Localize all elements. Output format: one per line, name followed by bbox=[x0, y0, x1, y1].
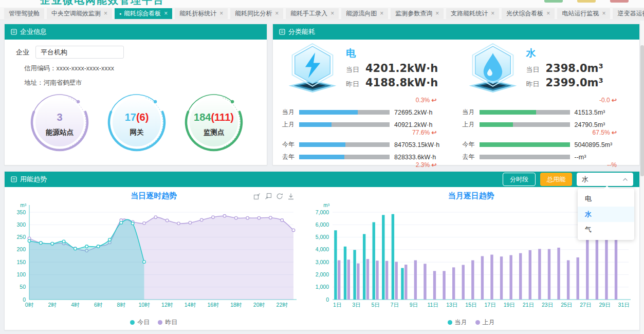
tab-item[interactable]: 能耗手工录入× bbox=[286, 8, 339, 19]
legend-dot bbox=[130, 320, 135, 325]
change-indicator: 0.3% ↩ bbox=[282, 97, 452, 104]
svg-text:4,000: 4,000 bbox=[316, 246, 329, 252]
change-indicator: 67.5% ↩ bbox=[463, 129, 633, 137]
window-buttons bbox=[544, 0, 629, 3]
compare-bar-value: 24790.5m³ bbox=[575, 121, 605, 128]
svg-text:2时: 2时 bbox=[48, 302, 57, 308]
tab-close-icon[interactable]: × bbox=[104, 10, 107, 17]
panel-title: 用能趋势 bbox=[20, 175, 47, 184]
compare-bar-label: 上月 bbox=[282, 120, 295, 129]
company-input[interactable] bbox=[35, 46, 124, 59]
compare-bar-label: 去年 bbox=[282, 153, 295, 161]
tab-close-icon[interactable]: × bbox=[602, 10, 605, 17]
tab-label: 支路能耗统计 bbox=[451, 9, 488, 18]
daily-value-label: 当日 bbox=[346, 65, 359, 75]
change-arrow-icon: ↩ bbox=[610, 129, 617, 136]
tab-label: 能耗综合看板 bbox=[124, 9, 161, 18]
window-button[interactable] bbox=[544, 0, 563, 3]
daily-value: 2398.0m³ bbox=[546, 62, 603, 75]
tab-item[interactable]: 支路能耗统计× bbox=[446, 8, 499, 19]
dropdown-option[interactable]: 电 bbox=[578, 191, 634, 207]
tab-item[interactable]: 电站运行监视× bbox=[557, 8, 610, 19]
compare-bar-track bbox=[299, 122, 390, 127]
legend-item[interactable]: 今日 bbox=[130, 318, 150, 327]
change-indicator: --% bbox=[463, 161, 633, 169]
compare-bar-row: 去年--m³ bbox=[463, 153, 633, 161]
compare-bar-label: 去年 bbox=[463, 153, 475, 161]
legend-item[interactable]: 昨日 bbox=[158, 318, 177, 327]
tab-close-icon[interactable]: × bbox=[219, 10, 223, 17]
svg-text:19日: 19日 bbox=[504, 302, 515, 308]
compare-bar-row: 今年5040895.5m³ bbox=[463, 140, 633, 149]
refresh-icon[interactable] bbox=[276, 193, 283, 200]
svg-text:15日: 15日 bbox=[466, 302, 477, 308]
window-button[interactable] bbox=[577, 0, 596, 3]
svg-text:m³: m³ bbox=[20, 202, 26, 208]
svg-text:250: 250 bbox=[16, 234, 26, 240]
compare-bar-fill bbox=[299, 142, 345, 147]
energy-type-select[interactable]: 水 bbox=[577, 173, 633, 186]
tab-close-icon[interactable]: × bbox=[546, 10, 550, 17]
tab-close-icon[interactable]: × bbox=[380, 10, 383, 17]
svg-text:2,000: 2,000 bbox=[316, 271, 329, 277]
tab-item[interactable]: 能耗同比分析× bbox=[230, 8, 283, 19]
stat-label: 网关 bbox=[130, 128, 144, 136]
zoom-restore-icon[interactable] bbox=[265, 193, 272, 200]
svg-text:6时: 6时 bbox=[94, 302, 103, 308]
legend-dot bbox=[158, 320, 162, 325]
total-energy-button[interactable]: 总用能 bbox=[540, 173, 572, 186]
compare-bar-track bbox=[299, 142, 390, 147]
tab-item[interactable]: 管理驾驶舱 bbox=[4, 8, 44, 19]
tab-item[interactable]: 光伏综合看板× bbox=[502, 8, 555, 19]
tab-item[interactable]: 监测参数查询× bbox=[391, 8, 444, 19]
tab-item[interactable]: 能耗折标统计× bbox=[175, 8, 228, 19]
compare-bar-track bbox=[480, 122, 570, 127]
legend-item[interactable]: 当月 bbox=[448, 318, 467, 327]
svg-text:29日: 29日 bbox=[599, 302, 611, 308]
svg-text:27日: 27日 bbox=[580, 302, 592, 308]
compare-bar-row: 今年847053.15kW·h bbox=[282, 140, 452, 149]
svg-text:13日: 13日 bbox=[447, 302, 458, 308]
svg-text:8时: 8时 bbox=[117, 302, 126, 308]
download-icon[interactable] bbox=[287, 193, 295, 200]
tab-item[interactable]: 逆变器运行监视× bbox=[613, 8, 644, 19]
dropdown-option[interactable]: 气 bbox=[578, 222, 634, 237]
svg-text:7日: 7日 bbox=[391, 302, 399, 308]
time-segment-button[interactable]: 分时段 bbox=[503, 173, 536, 186]
svg-text:350: 350 bbox=[16, 209, 26, 215]
scrollbar-thumb[interactable] bbox=[640, 45, 644, 176]
panel-icon bbox=[11, 176, 17, 182]
compare-bar-row: 当月41513.5m³ bbox=[463, 108, 633, 117]
legend-label: 上月 bbox=[483, 318, 495, 327]
app-title: 企业微电网能效管理平台 bbox=[40, 0, 164, 7]
stat-circle-graphic: 184(111)监测点 bbox=[175, 90, 252, 156]
tab-item[interactable]: 中央空调能效监测× bbox=[47, 8, 112, 19]
legend-dot bbox=[475, 320, 480, 325]
svg-text:0: 0 bbox=[326, 296, 329, 303]
page-scrollbar[interactable] bbox=[640, 21, 644, 334]
svg-text:7,000: 7,000 bbox=[316, 209, 329, 215]
active-tab-dot: ● bbox=[119, 12, 121, 15]
svg-text:22时: 22时 bbox=[277, 302, 288, 308]
compare-bar-value: 41513.5m³ bbox=[575, 109, 605, 116]
stat-circle-gateways: 17(6)网关 bbox=[98, 90, 175, 158]
tab-item-active[interactable]: ●能耗综合看板× bbox=[115, 8, 172, 19]
svg-text:150: 150 bbox=[16, 259, 26, 265]
tab-close-icon[interactable]: × bbox=[435, 10, 439, 17]
tab-close-icon[interactable]: × bbox=[275, 10, 279, 17]
stat-circle-energy-stations: 3能源站点 bbox=[21, 90, 98, 158]
tab-close-icon[interactable]: × bbox=[330, 10, 334, 17]
window-button[interactable] bbox=[610, 0, 629, 3]
dropdown-option[interactable]: 水 bbox=[578, 207, 634, 222]
compare-bar-fill bbox=[480, 142, 570, 147]
category-icon-wrap bbox=[463, 43, 523, 97]
tab-close-icon[interactable]: × bbox=[164, 10, 168, 17]
change-indicator: 2.3% ↩ bbox=[282, 161, 452, 169]
legend-item[interactable]: 上月 bbox=[475, 318, 495, 327]
tab-item[interactable]: 能源流向图× bbox=[341, 8, 388, 19]
area-zoom-icon[interactable] bbox=[253, 193, 261, 200]
tab-close-icon[interactable]: × bbox=[491, 10, 494, 17]
svg-text:21日: 21日 bbox=[523, 302, 534, 308]
svg-text:12时: 12时 bbox=[161, 302, 173, 308]
stat-value: 184(111) bbox=[194, 112, 234, 123]
